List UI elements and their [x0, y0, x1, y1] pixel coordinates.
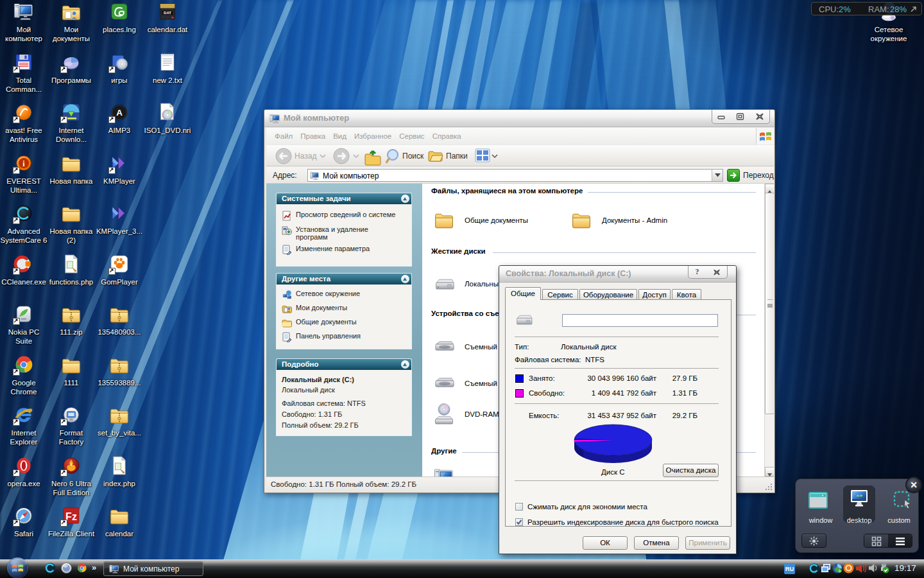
svg-text:Назад: Назад — [295, 152, 316, 161]
svg-text:Поиск: Поиск — [402, 152, 424, 161]
svg-text:Папки: Папки — [446, 152, 468, 161]
